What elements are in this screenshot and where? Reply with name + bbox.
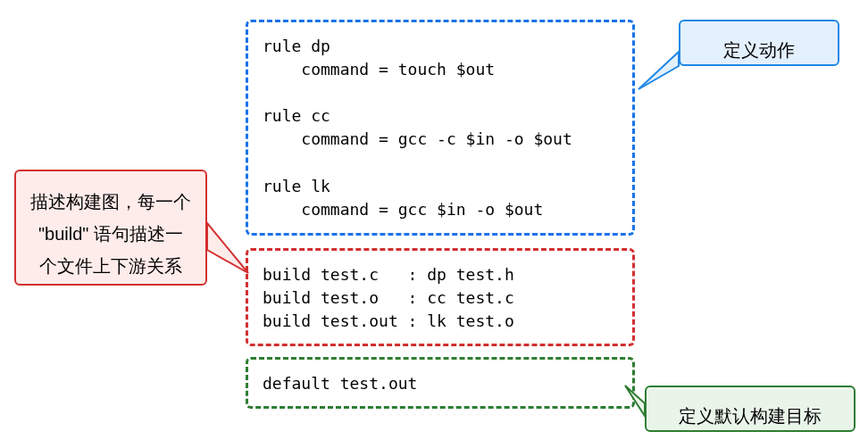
callout-text: 定义动作 [723, 40, 795, 60]
builds-code-box: build test.c : dp test.h build test.o : … [246, 248, 635, 346]
svg-marker-1 [207, 223, 248, 273]
rules-code-box: rule dp command = touch $out rule cc com… [246, 20, 635, 236]
callout-text: 定义默认构建目标 [679, 406, 822, 426]
callout-describe-graph: 描述构建图，每一个 "build" 语句描述一 个文件上下游关系 [14, 170, 207, 286]
callout-line: 个文件上下游关系 [23, 250, 198, 282]
callout-define-action: 定义动作 [679, 20, 839, 66]
default-code-box: default test.out [246, 357, 635, 409]
callout-line: 描述构建图，每一个 [23, 186, 198, 218]
callout-line: "build" 语句描述一 [23, 218, 198, 250]
svg-marker-0 [638, 52, 679, 89]
callout-default-target: 定义默认构建目标 [645, 386, 855, 432]
